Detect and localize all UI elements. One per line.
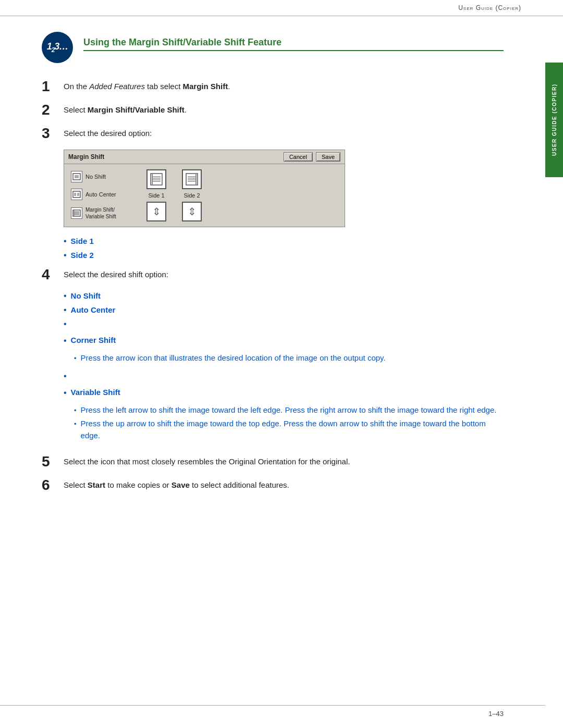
logo-badge: 123… (42, 32, 73, 63)
title-section: 123… Using the Margin Shift/Variable Shi… (42, 16, 504, 68)
side-1-label: Side 1 (148, 192, 164, 199)
variable-shift-bullet: • Variable Shift Press the left arrow to… (64, 371, 504, 446)
side-2-icon (182, 169, 202, 189)
step-1-content: On the Added Features tab select Margin … (64, 79, 230, 94)
step-4-number: 4 (42, 267, 56, 283)
auto-center-bullet-text: Auto Center (71, 304, 116, 316)
step-2-number: 2 (42, 102, 56, 118)
step-5-text: Select the icon that most closely resemb… (64, 456, 350, 468)
no-shift-icon (71, 171, 82, 182)
step-1-number: 1 (42, 79, 56, 95)
page-title: Using the Margin Shift/Variable Shift Fe… (83, 37, 504, 51)
side-bullets: Side 1 Side 2 (64, 236, 504, 262)
corner-shift-sub-1: Press the arrow icon that illustrates th… (74, 352, 386, 364)
side-1-arrow[interactable]: ⇕ (146, 202, 166, 221)
step-2: 2 Select Margin Shift/Variable Shift. (42, 102, 504, 118)
step-3: 3 Select the desired option: (42, 126, 504, 142)
logo-text: 123… (47, 41, 68, 54)
dialog-option-margin-shift[interactable]: Margin Shift/Variable Shift (68, 205, 141, 221)
variable-shift-bullet-text: Variable Shift (71, 387, 120, 399)
side-2-bullet: Side 2 (64, 250, 504, 262)
corner-shift-bullet-text: Corner Shift (71, 335, 116, 347)
dialog-titlebar: Margin Shift Cancel Save (64, 150, 345, 164)
step-6: 6 Select Start to make copies or Save to… (42, 477, 504, 493)
variable-shift-sub-2: Press the up arrow to shift the image to… (74, 418, 504, 441)
step-5-content: Select the icon that most closely resemb… (64, 454, 350, 469)
dialog-title: Margin Shift (68, 153, 104, 161)
dialog-option-auto-center[interactable]: Auto Center (68, 187, 141, 202)
page-footer: 1–43 (0, 705, 545, 718)
step-2-content: Select Margin Shift/Variable Shift. (64, 102, 187, 117)
auto-center-bullet: Auto Center (64, 304, 504, 316)
dialog-body: No Shift Auto Center Margin Shift/Variab… (64, 164, 345, 227)
variable-shift-sub-2-text: Press the up arrow to shift the image to… (81, 418, 504, 441)
dialog-side-1: Side 1 ⇕ (146, 169, 166, 221)
dialog-buttons[interactable]: Cancel Save (284, 152, 340, 162)
dialog-box: Margin Shift Cancel Save No Shift (64, 150, 345, 227)
step-4-text: Select the desired shift option: (64, 269, 168, 281)
header-text: User Guide (Copier) (458, 4, 521, 11)
auto-center-label: Auto Center (85, 191, 116, 198)
step-6-content: Select Start to make copies or Save to s… (64, 477, 289, 492)
step-4-content: Select the desired shift option: (64, 267, 168, 282)
margin-shift-icon (71, 207, 82, 219)
side-2-arrow[interactable]: ⇕ (182, 202, 202, 221)
dialog-side-2: Side 2 ⇕ (182, 169, 202, 221)
side-1-bullet: Side 1 (64, 236, 504, 248)
step-5: 5 Select the icon that most closely rese… (42, 454, 504, 470)
margin-shift-label: Margin Shift/Variable Shift (85, 206, 116, 220)
dialog-option-no-shift[interactable]: No Shift (68, 169, 141, 184)
variable-shift-sub-1-text: Press the left arrow to shift the image … (81, 404, 497, 416)
no-shift-label: No Shift (85, 174, 106, 180)
step-6-number: 6 (42, 477, 56, 493)
variable-shift-sub-1: Press the left arrow to shift the image … (74, 404, 504, 416)
main-content: 123… Using the Margin Shift/Variable Shi… (0, 16, 545, 493)
no-shift-bullet-text: No Shift (71, 290, 101, 302)
sidebar-tab-label: USER GUIDE (COPIER) (552, 84, 557, 156)
side-2-bullet-text: Side 2 (71, 250, 94, 262)
side-2-label: Side 2 (183, 192, 200, 199)
page-header: User Guide (Copier) (0, 0, 563, 16)
step-4: 4 Select the desired shift option: (42, 267, 504, 283)
corner-shift-sub-1-text: Press the arrow icon that illustrates th… (81, 352, 386, 364)
variable-shift-sub-list: Press the left arrow to shift the image … (74, 404, 504, 444)
auto-center-icon (71, 189, 82, 200)
corner-shift-bullet: • Corner Shift Press the arrow icon that… (64, 318, 504, 368)
step4-bullets: No Shift Auto Center • Corner Shift Pres… (64, 290, 504, 446)
step-3-number: 3 (42, 126, 56, 142)
sidebar-tab: USER GUIDE (COPIER) (545, 63, 563, 177)
corner-shift-sub-list: Press the arrow icon that illustrates th… (74, 352, 386, 366)
save-button[interactable]: Save (316, 152, 340, 162)
page-number: 1–43 (488, 710, 504, 718)
step-6-text: Select Start to make copies or Save to s… (64, 479, 289, 491)
steps-container: 1 On the Added Features tab select Margi… (42, 79, 504, 141)
side-1-icon (146, 169, 166, 189)
step-1: 1 On the Added Features tab select Margi… (42, 79, 504, 95)
dialog-sides: Side 1 ⇕ Side 2 ⇕ (146, 169, 202, 221)
step-3-text: Select the desired option: (64, 128, 152, 140)
side-1-bullet-text: Side 1 (71, 236, 94, 248)
cancel-button[interactable]: Cancel (284, 152, 313, 162)
no-shift-bullet: No Shift (64, 290, 504, 302)
dialog-options-list: No Shift Auto Center Margin Shift/Variab… (68, 169, 141, 221)
step-3-content: Select the desired option: (64, 126, 152, 141)
step-5-number: 5 (42, 454, 56, 470)
